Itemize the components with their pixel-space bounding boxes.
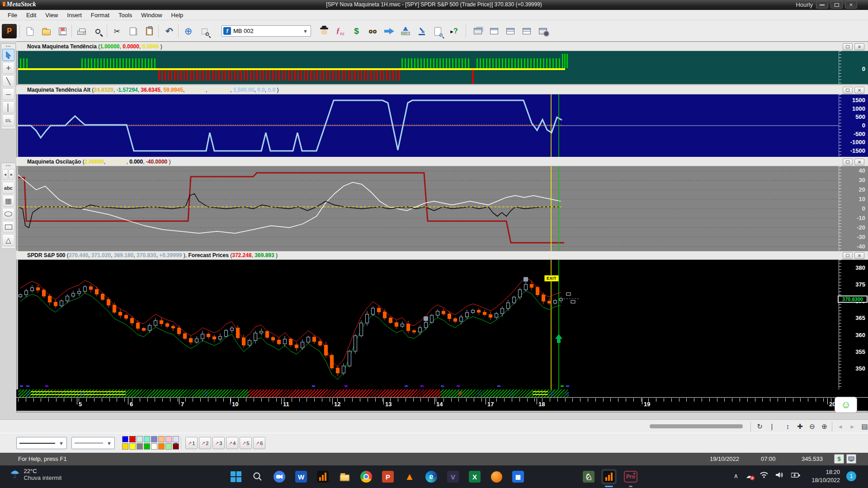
tile-horizontal-button[interactable]: [503, 24, 518, 38]
zoom-in-button[interactable]: ⊕: [819, 421, 830, 432]
color-swatch[interactable]: [144, 443, 150, 450]
panel-restore-button[interactable]: [843, 43, 853, 50]
downloader-button[interactable]: [398, 24, 413, 38]
indicator-builder-button[interactable]: ƒ(x): [333, 24, 348, 38]
taskbar-excel[interactable]: X: [467, 469, 482, 484]
taskbar-calculator[interactable]: ▦: [510, 469, 526, 484]
taskbar-word[interactable]: W: [293, 469, 309, 484]
microscope-button[interactable]: [414, 24, 429, 38]
pan-button[interactable]: ✚: [794, 421, 806, 432]
open-button[interactable]: [39, 24, 54, 38]
save-button[interactable]: [55, 24, 70, 38]
scroll-left-button[interactable]: ◂: [2, 169, 8, 180]
volume-icon[interactable]: [776, 472, 783, 480]
taskbar-search[interactable]: [250, 469, 265, 484]
prev-page-button[interactable]: ◂: [835, 421, 846, 432]
panel-price-chart[interactable]: 380375370365360355350: [18, 260, 868, 389]
taskbar-clock[interactable]: 18:20 18/10/2022: [811, 468, 840, 484]
color-swatch[interactable]: [144, 436, 150, 442]
expert-advisor-button[interactable]: [316, 24, 331, 38]
panel-oscilacao[interactable]: 403020100-10-20-30-40: [18, 166, 868, 251]
panel-header-oscilacao[interactable]: Maquineta Oscilação (2.00000, 11.0372, 0…: [16, 157, 868, 166]
menu-help[interactable]: Help: [167, 11, 188, 19]
layout-combo[interactable]: f MB 002 ▼: [222, 25, 311, 37]
vertical-fit-button[interactable]: ↕: [782, 421, 793, 432]
battery-icon[interactable]: [791, 472, 800, 480]
trend-template-button-4[interactable]: ↗4: [226, 437, 238, 449]
taskbar-chat[interactable]: [272, 469, 287, 484]
panel-header-price[interactable]: SPDR S&P 500 (370.440, 371.020, 369.180,…: [16, 251, 868, 260]
copy-button[interactable]: [126, 24, 141, 38]
layout-menu-button[interactable]: ▤: [859, 421, 868, 432]
panel-close-button[interactable]: ×: [854, 43, 864, 50]
trend-template-button-1[interactable]: ↗1: [185, 437, 198, 449]
panel-tendencia[interactable]: 0: [18, 51, 868, 84]
triangle-tool[interactable]: △: [2, 234, 14, 246]
bar-spacing-button[interactable]: |: [766, 421, 778, 432]
next-page-button[interactable]: ▸: [847, 421, 858, 432]
menu-window[interactable]: Window: [137, 11, 166, 19]
trend-template-button-3[interactable]: ↗3: [212, 437, 225, 449]
tile-vertical-button[interactable]: [486, 24, 501, 38]
zoom-out-button[interactable]: ⊖: [807, 421, 818, 432]
menu-insert[interactable]: Insert: [63, 11, 86, 19]
rectangle-tool[interactable]: [2, 221, 14, 233]
taskbar-metastock-active[interactable]: [601, 469, 617, 484]
toolbar-grip[interactable]: [6, 46, 11, 47]
trend-template-button-6[interactable]: ↗6: [253, 437, 265, 449]
color-swatch[interactable]: [151, 443, 157, 450]
taskbar-vlc[interactable]: ▲: [402, 469, 417, 484]
pointer-tool[interactable]: [2, 49, 14, 61]
ellipse-tool[interactable]: [2, 208, 14, 220]
restore-button[interactable]: [830, 1, 843, 9]
window-options-button[interactable]: [535, 24, 550, 38]
text-tool[interactable]: abc: [2, 182, 14, 194]
panel-tendencia-alt[interactable]: 150010005000-500-1000-1500: [18, 94, 868, 157]
wifi-icon[interactable]: [760, 472, 768, 480]
panel-close-button[interactable]: ×: [854, 159, 864, 165]
toolbar-grip[interactable]: [6, 165, 11, 166]
menu-edit[interactable]: Edit: [22, 11, 40, 19]
taskbar-powerpoint[interactable]: P: [380, 469, 396, 484]
color-swatch[interactable]: [137, 436, 143, 442]
forecaster-button[interactable]: [382, 24, 396, 38]
panel-close-button[interactable]: ×: [854, 252, 864, 259]
color-swatch[interactable]: [158, 443, 165, 450]
color-swatch[interactable]: [129, 436, 136, 442]
notification-badge[interactable]: 1: [846, 471, 856, 481]
panel-restore-button[interactable]: [843, 87, 853, 94]
color-swatch[interactable]: [165, 436, 172, 442]
new-chart-button[interactable]: [23, 24, 38, 38]
taskbar-metastock-small[interactable]: [315, 469, 330, 484]
line-weight-combo[interactable]: ▼: [71, 437, 115, 449]
color-swatch[interactable]: [158, 436, 165, 442]
color-swatch[interactable]: [122, 443, 128, 450]
refresh-button[interactable]: ↻: [754, 421, 765, 432]
panel-header-tendencia[interactable]: Nova Maquineta Tendência (1.00000, 0.000…: [16, 42, 868, 51]
taskbar-visual-studio[interactable]: V: [445, 469, 461, 484]
taskbar-pro[interactable]: Pro: [623, 469, 638, 484]
cut-button[interactable]: ✂: [109, 24, 124, 38]
color-swatch[interactable]: [129, 443, 136, 450]
scroll-right-button[interactable]: ▸: [9, 169, 14, 180]
panel-header-tendencia-alt[interactable]: Maquineta Tendência Alt (24.8329, -1.572…: [16, 85, 868, 94]
close-button[interactable]: ×: [845, 1, 857, 9]
trend-template-button-2[interactable]: ↗2: [199, 437, 211, 449]
explorer-button[interactable]: [365, 24, 380, 38]
taskbar-chrome[interactable]: [359, 469, 374, 484]
panel-restore-button[interactable]: [843, 252, 853, 259]
taskbar-weather[interactable]: ☂ 22°CChuva intermit: [10, 468, 61, 481]
vertical-line-tool[interactable]: │: [2, 101, 14, 113]
sentiment-smiley[interactable]: ☺: [835, 397, 857, 413]
paste-button[interactable]: [142, 24, 157, 38]
menu-file[interactable]: File: [4, 11, 21, 19]
color-swatch[interactable]: [151, 436, 157, 442]
taskbar-chess[interactable]: ♘: [581, 469, 596, 484]
cascade-windows-button[interactable]: [470, 24, 485, 38]
menu-format[interactable]: Format: [87, 11, 113, 19]
onedrive-icon[interactable]: ☁✕: [746, 472, 752, 479]
horizontal-scrollbar[interactable]: [650, 424, 743, 428]
trend-template-button-5[interactable]: ↗5: [240, 437, 252, 449]
trendline-tool[interactable]: ╲: [2, 75, 14, 87]
undo-button[interactable]: ↶: [162, 24, 177, 38]
